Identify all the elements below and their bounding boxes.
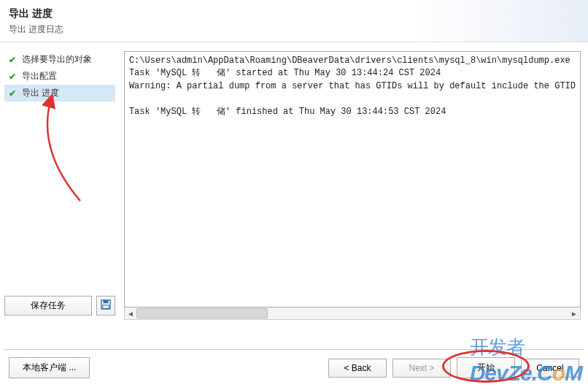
step-label: 导出配置 — [22, 70, 57, 83]
log-line: Task 'MySQL 转 储' started at Thu May 30 1… — [129, 68, 441, 78]
scrollbar-thumb[interactable] — [136, 308, 268, 318]
main-panel: C:\Users\admin\AppData\Roaming\DBeaverDa… — [120, 48, 588, 320]
button-bar: 本地客户端 ... < Back Next > 开始 Cancel — [0, 357, 588, 378]
local-client-button[interactable]: 本地客户端 ... — [9, 357, 90, 378]
save-disk-icon — [101, 299, 111, 312]
log-line: Task 'MySQL 转 储' finished at Thu May 30 … — [129, 107, 446, 117]
scroll-left-icon[interactable]: ◄ — [125, 307, 136, 319]
sidebar-bottom-bar: 保存任务 — [4, 296, 115, 317]
save-task-button[interactable]: 保存任务 — [4, 296, 92, 316]
page-title: 导出 进度 — [9, 7, 579, 20]
next-button: Next > — [392, 359, 451, 378]
watermark-cn: 开发者 — [470, 336, 525, 358]
step-select-objects[interactable]: ✔ 选择要导出的对象 — [4, 51, 115, 68]
scroll-right-icon[interactable]: ► — [568, 307, 580, 319]
step-label: 选择要导出的对象 — [22, 53, 92, 66]
log-line: C:\Users\admin\AppData\Roaming\DBeaverDa… — [129, 56, 570, 66]
svg-rect-2 — [103, 305, 109, 308]
log-output[interactable]: C:\Users\admin\AppData\Roaming\DBeaverDa… — [124, 51, 581, 307]
check-icon: ✔ — [9, 88, 19, 99]
step-export-config[interactable]: ✔ 导出配置 — [4, 68, 115, 85]
check-icon: ✔ — [9, 55, 19, 65]
content-area: ✔ 选择要导出的对象 ✔ 导出配置 ✔ 导出 进度 保存任务 C:\Users\… — [0, 42, 588, 320]
divider — [4, 349, 584, 350]
check-icon: ✔ — [9, 72, 19, 82]
horizontal-scrollbar[interactable]: ◄ ► — [124, 307, 581, 320]
svg-rect-1 — [103, 300, 108, 303]
dialog-header: 导出 进度 导出 进度日志 — [0, 0, 588, 42]
page-subtitle: 导出 进度日志 — [9, 23, 579, 36]
back-button[interactable]: < Back — [328, 359, 387, 378]
step-label: 导出 进度 — [22, 87, 59, 99]
log-line: Warning: A partial dump from a server th… — [129, 81, 576, 91]
step-export-progress[interactable]: ✔ 导出 进度 — [4, 85, 115, 102]
start-button[interactable]: 开始 — [457, 357, 515, 378]
save-task-icon-button[interactable] — [96, 296, 115, 316]
wizard-sidebar: ✔ 选择要导出的对象 ✔ 导出配置 ✔ 导出 进度 保存任务 — [0, 48, 120, 320]
step-list: ✔ 选择要导出的对象 ✔ 导出配置 ✔ 导出 进度 — [4, 51, 115, 102]
cancel-button[interactable]: Cancel — [521, 359, 579, 378]
